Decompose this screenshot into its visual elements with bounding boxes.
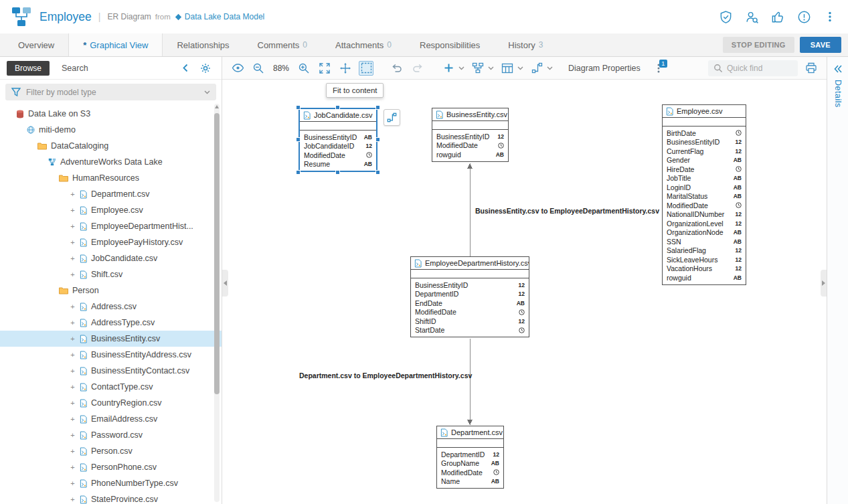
print-button[interactable] [804, 61, 819, 76]
connector-style-chevron-icon[interactable] [547, 66, 553, 70]
pan-tool-button[interactable] [338, 61, 353, 76]
tree-item-person[interactable]: Person [0, 282, 222, 299]
selection-handle[interactable] [335, 105, 340, 110]
expand-toggle[interactable]: + [70, 238, 76, 246]
scroll-up-arrow[interactable] [215, 105, 219, 108]
expand-toggle[interactable]: + [70, 399, 76, 407]
selection-handle[interactable] [375, 170, 380, 175]
expand-toggle[interactable]: + [70, 495, 76, 503]
alert-icon[interactable] [796, 9, 811, 24]
expand-toggle[interactable]: + [70, 463, 76, 471]
tree-item-phonenumbertype-csv[interactable]: +PhoneNumberType.csv [0, 475, 222, 491]
verified-shield-icon[interactable] [718, 9, 733, 24]
sidebar-scrollbar[interactable] [214, 104, 220, 502]
attribute-row[interactable]: JobCandidateID12 [300, 142, 376, 151]
attribute-row[interactable]: EndDateAB [411, 299, 529, 308]
selection-handle[interactable] [335, 170, 340, 175]
thumbs-up-icon[interactable] [770, 9, 785, 24]
expand-toggle[interactable]: + [70, 415, 76, 423]
tab-overview[interactable]: Overview [4, 33, 68, 56]
gear-icon[interactable] [200, 63, 211, 74]
attribute-row[interactable]: BusinessEntityIDAB [300, 133, 376, 142]
attribute-row[interactable]: ResumeAB [300, 160, 376, 169]
entity-header[interactable]: JobCandidate.csv [300, 109, 376, 122]
details-panel-label[interactable]: Details [833, 80, 843, 108]
diagram-properties-button[interactable]: Diagram Properties [568, 64, 641, 73]
tab-graphical-view[interactable]: *Graphical View [68, 33, 163, 56]
tree-item-datacataloging[interactable]: DataCataloging [0, 138, 222, 154]
auto-layout-chevron-icon[interactable] [488, 66, 494, 70]
marquee-select-button[interactable] [359, 61, 373, 76]
selection-handle[interactable] [375, 137, 380, 142]
attribute-row[interactable]: VacationHours12 [663, 264, 746, 274]
expand-toggle[interactable]: + [70, 222, 76, 230]
tree-item-personphone-csv[interactable]: +PersonPhone.csv [0, 459, 222, 475]
attribute-row[interactable]: GenderAB [663, 156, 746, 165]
tree-item-businessentityaddress-csv[interactable]: +BusinessEntityAddress.csv [0, 347, 222, 363]
attribute-row[interactable]: CurrentFlag12 [663, 147, 746, 156]
tree-item-department-csv[interactable]: +Department.csv [0, 186, 222, 202]
zoom-in-button[interactable] [296, 61, 311, 76]
expand-toggle[interactable]: + [70, 431, 76, 439]
attribute-row[interactable]: ModifiedDate [437, 468, 503, 477]
attribute-row[interactable]: StartDate [411, 326, 529, 335]
tree-item-shift-csv[interactable]: +Shift.csv [0, 266, 222, 282]
diagram-canvas[interactable]: BusinessEntity.csv to EmployeeDepartment… [222, 80, 827, 504]
attribute-row[interactable]: SickLeaveHours12 [663, 255, 746, 264]
stop-editing-button[interactable]: STOP EDITING [723, 37, 794, 53]
expand-toggle[interactable]: + [70, 367, 76, 375]
auto-layout-button[interactable] [471, 61, 485, 76]
tab-history[interactable]: History3 [494, 33, 557, 56]
model-type-filter[interactable]: Filter by model type [5, 84, 216, 100]
zoom-out-button[interactable] [251, 61, 266, 76]
table-view-chevron-icon[interactable] [517, 66, 523, 70]
tree-item-employeepayhistory-csv[interactable]: +EmployeePayHistory.csv [0, 234, 222, 250]
user-search-icon[interactable] [744, 9, 759, 24]
selection-handle[interactable] [296, 137, 301, 142]
collapse-sidebar-icon[interactable] [181, 63, 191, 73]
expand-toggle[interactable]: + [70, 270, 76, 278]
right-splitter-handle[interactable] [821, 270, 827, 297]
attribute-row[interactable]: DepartmentID12 [411, 290, 529, 299]
tree-item-data-lake-on-s3[interactable]: Data Lake on S3 [0, 106, 222, 122]
expand-toggle[interactable]: + [70, 479, 76, 487]
add-node-chevron-icon[interactable] [458, 66, 464, 70]
expand-toggle[interactable]: + [70, 383, 76, 391]
attribute-row[interactable]: BirthDate [663, 129, 746, 138]
attribute-row[interactable]: DepartmentID12 [437, 450, 503, 459]
attribute-row[interactable]: BusinessEntityID12 [663, 138, 746, 147]
attribute-row[interactable]: OrganizationNodeAB [663, 228, 746, 238]
details-panel-strip[interactable]: Details [827, 57, 848, 504]
attribute-row[interactable]: NationalIDNumber12 [663, 210, 746, 220]
tree-item-adventureworks-data-lake[interactable]: AdventureWorks Data Lake [0, 154, 222, 170]
tree-item-humanresources[interactable]: HumanResources [0, 170, 222, 186]
attribute-row[interactable]: NameAB [437, 477, 503, 487]
attribute-row[interactable]: GroupNameAB [437, 459, 503, 469]
attribute-row[interactable]: ModifiedDate [663, 201, 746, 210]
selection-handle[interactable] [296, 170, 301, 175]
tree-item-businessentity-csv[interactable]: +BusinessEntity.csv [0, 331, 222, 347]
entity-department-csv[interactable]: Department.csvDepartmentID12GroupNameABM… [436, 426, 504, 489]
expand-toggle[interactable]: + [70, 206, 76, 214]
attribute-row[interactable]: ShiftID12 [411, 317, 529, 326]
model-link[interactable]: Data Lake Data Model [185, 12, 264, 21]
tab-responsibilities[interactable]: Responsibilities [406, 33, 494, 56]
entity-header[interactable]: Department.csv [437, 426, 503, 439]
attribute-row[interactable]: SalariedFlag12 [663, 246, 746, 256]
tree-item-person-csv[interactable]: +Person.csv [0, 443, 222, 459]
entity-jobcandidate-csv[interactable]: JobCandidate.csvBusinessEntityIDABJobCan… [299, 108, 377, 172]
add-node-button[interactable] [441, 61, 456, 76]
expand-toggle[interactable]: + [70, 303, 76, 311]
tree-item-employee-csv[interactable]: +Employee.csv [0, 202, 222, 218]
attribute-row[interactable]: HireDate [663, 165, 746, 174]
tab-comments[interactable]: Comments0 [244, 33, 322, 56]
attribute-row[interactable]: ModifiedDate [411, 308, 529, 317]
tree-item-address-csv[interactable]: +Address.csv [0, 299, 222, 315]
tab-attachments[interactable]: Attachments0 [321, 33, 406, 56]
redo-button[interactable] [410, 61, 425, 76]
tab-relationships[interactable]: Relationships [163, 33, 243, 56]
relationship-label[interactable]: Department.csv to EmployeeDepartmentHist… [299, 371, 472, 380]
attribute-row[interactable]: JobTitleAB [663, 174, 746, 183]
relationship-label[interactable]: BusinessEntity.csv to EmployeeDepartment… [475, 207, 659, 215]
tree-item-miti-demo[interactable]: miti-demo [0, 122, 222, 138]
